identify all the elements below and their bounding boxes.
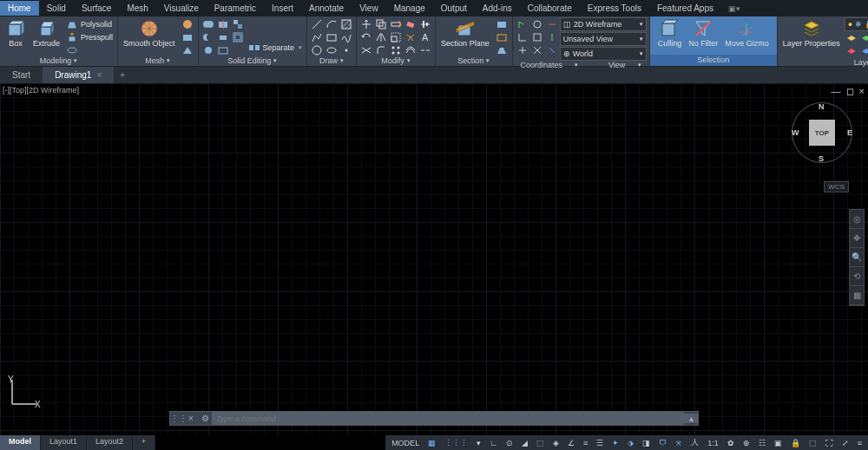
cmd-handle-icon[interactable]: ⋮⋮ bbox=[170, 414, 184, 423]
status-snap-icon[interactable]: ⋮⋮⋮ bbox=[442, 435, 470, 450]
smooth-object-button[interactable]: Smooth Object bbox=[121, 17, 178, 49]
menu-visualize[interactable]: Visualize bbox=[156, 1, 207, 16]
ucs-icon-9[interactable] bbox=[545, 44, 559, 56]
status-hw-icon[interactable]: ⛶ bbox=[823, 435, 836, 450]
mesh-btn1[interactable] bbox=[180, 18, 195, 30]
add-layout-button[interactable]: + bbox=[133, 435, 155, 450]
viewcube-n[interactable]: N bbox=[819, 102, 825, 111]
menu-manage[interactable]: Manage bbox=[386, 1, 433, 16]
status-ws-icon[interactable]: ✿ bbox=[725, 435, 737, 450]
cmd-customize-icon[interactable]: ⚙ bbox=[198, 414, 212, 423]
trim-icon[interactable] bbox=[359, 44, 373, 56]
status-tsp-icon[interactable]: ☰ bbox=[594, 435, 606, 450]
status-custom-icon[interactable]: ≡ bbox=[855, 435, 865, 450]
menu-express[interactable]: Express Tools bbox=[580, 1, 649, 16]
stretch-icon[interactable] bbox=[389, 18, 403, 30]
culling-button[interactable]: Culling bbox=[655, 17, 685, 49]
circle-icon[interactable] bbox=[310, 44, 324, 56]
box-button[interactable]: Box bbox=[3, 17, 29, 49]
menu-view[interactable]: View bbox=[352, 1, 386, 16]
spline-icon[interactable] bbox=[339, 31, 353, 43]
status-infer-icon[interactable]: ▾ bbox=[474, 435, 483, 450]
menu-mesh[interactable]: Mesh bbox=[119, 1, 155, 16]
erase-icon[interactable] bbox=[404, 18, 418, 30]
ucs-icon-6[interactable] bbox=[530, 44, 544, 56]
status-grid-icon[interactable]: ▦ bbox=[425, 435, 438, 450]
array-icon[interactable] bbox=[389, 44, 403, 56]
section-plane-button[interactable]: Section Plane bbox=[438, 17, 492, 49]
viewport-label[interactable]: [-][Top][2D Wireframe] bbox=[3, 86, 79, 95]
viewcube-e[interactable]: E bbox=[847, 128, 852, 137]
explode-icon[interactable] bbox=[404, 31, 418, 43]
menu-parametric[interactable]: Parametric bbox=[207, 1, 264, 16]
se-intersect-icon[interactable] bbox=[201, 44, 215, 56]
nav-pan-icon[interactable]: ✥ bbox=[850, 229, 864, 248]
layout-tab-model[interactable]: Model bbox=[0, 435, 41, 450]
status-osnap-icon[interactable]: ⬚ bbox=[534, 435, 547, 450]
nav-zoom-icon[interactable]: 🔍 bbox=[850, 248, 864, 267]
move-icon[interactable] bbox=[359, 18, 373, 30]
offset-icon[interactable] bbox=[404, 44, 418, 56]
mesh-btn3[interactable] bbox=[180, 44, 195, 56]
vp-close-icon[interactable]: × bbox=[859, 86, 865, 97]
status-filter-icon[interactable]: ⛉ bbox=[656, 435, 669, 450]
nav-wheel-icon[interactable]: ◎ bbox=[850, 210, 864, 229]
status-scale[interactable]: 1:1 bbox=[705, 435, 721, 450]
se-slice-icon[interactable] bbox=[216, 18, 230, 30]
rect-icon[interactable] bbox=[325, 31, 339, 43]
status-otrack-icon[interactable]: ∠ bbox=[565, 435, 577, 450]
extrude-button[interactable]: Extrude bbox=[30, 17, 62, 49]
se-imprint-icon[interactable] bbox=[216, 44, 230, 56]
status-am-icon[interactable]: ⊕ bbox=[740, 435, 753, 450]
ucs-icon-5[interactable] bbox=[530, 31, 544, 43]
status-model[interactable]: MODEL bbox=[389, 435, 422, 450]
layer-i1[interactable] bbox=[845, 33, 858, 45]
arc-icon[interactable] bbox=[325, 18, 339, 30]
menu-output[interactable]: Output bbox=[433, 1, 475, 16]
vp-minimize-icon[interactable]: — bbox=[832, 86, 841, 97]
ucs-icon-4[interactable] bbox=[530, 18, 544, 30]
close-tab-icon[interactable]: × bbox=[96, 70, 102, 80]
status-annot-icon[interactable]: 人 bbox=[688, 435, 701, 450]
ellipse-icon[interactable] bbox=[325, 44, 339, 56]
ucs-icon-2[interactable] bbox=[516, 31, 529, 43]
status-lwt-icon[interactable]: ≡ bbox=[581, 435, 590, 450]
viewcube-w[interactable]: W bbox=[792, 128, 799, 137]
menu-insert[interactable]: Insert bbox=[264, 1, 301, 16]
layer-properties-button[interactable]: Layer Properties bbox=[780, 17, 843, 49]
cmd-close-icon[interactable]: × bbox=[184, 414, 198, 423]
viewcube-s[interactable]: S bbox=[819, 154, 824, 163]
mesh-btn2[interactable] bbox=[180, 31, 195, 43]
status-iso2-icon[interactable]: ⬚ bbox=[806, 435, 819, 450]
status-3dosnap-icon[interactable]: ◈ bbox=[550, 435, 562, 450]
status-gizmo-icon[interactable]: ⤧ bbox=[673, 435, 685, 450]
no-filter-button[interactable]: No Filter bbox=[686, 17, 720, 49]
fillet-icon[interactable] bbox=[374, 44, 388, 56]
layer-i3[interactable] bbox=[859, 33, 868, 45]
status-polar-icon[interactable]: ⊙ bbox=[503, 435, 516, 450]
menu-surface[interactable]: Surface bbox=[74, 1, 119, 16]
sec-btn2[interactable] bbox=[494, 31, 510, 43]
status-units-icon[interactable]: ☷ bbox=[756, 435, 768, 450]
ucs-icon-8[interactable] bbox=[545, 31, 559, 43]
nav-orbit-icon[interactable]: ⟲ bbox=[850, 267, 864, 286]
align-icon[interactable] bbox=[418, 18, 432, 30]
tab-start[interactable]: Start bbox=[0, 67, 43, 83]
hatch-icon[interactable] bbox=[339, 18, 353, 30]
visual-style-combo[interactable]: ◫2D Wireframe▾ bbox=[560, 17, 647, 31]
status-qp-icon[interactable]: ▣ bbox=[772, 435, 785, 450]
menu-addins[interactable]: Add-ins bbox=[475, 1, 520, 16]
ucs-combo[interactable]: ⊕World▾ bbox=[560, 47, 647, 61]
status-cycle-icon[interactable]: ⬗ bbox=[625, 435, 636, 450]
command-input[interactable] bbox=[212, 412, 684, 425]
vp-maximize-icon[interactable]: ◻ bbox=[846, 86, 854, 97]
tab-drawing1[interactable]: Drawing1× bbox=[43, 67, 114, 83]
se-subtract-icon[interactable] bbox=[201, 31, 215, 43]
status-clean-icon[interactable]: ⤢ bbox=[839, 435, 852, 450]
ucs-icon-3[interactable] bbox=[516, 44, 529, 56]
new-tab-button[interactable]: + bbox=[114, 67, 131, 83]
polyline-icon[interactable] bbox=[310, 31, 324, 43]
drawing-canvas[interactable]: [-][Top][2D Wireframe] — ◻ × TOP N S E W… bbox=[0, 83, 868, 435]
rotate-icon[interactable] bbox=[359, 31, 373, 43]
nav-show-icon[interactable]: ▦ bbox=[850, 286, 864, 305]
